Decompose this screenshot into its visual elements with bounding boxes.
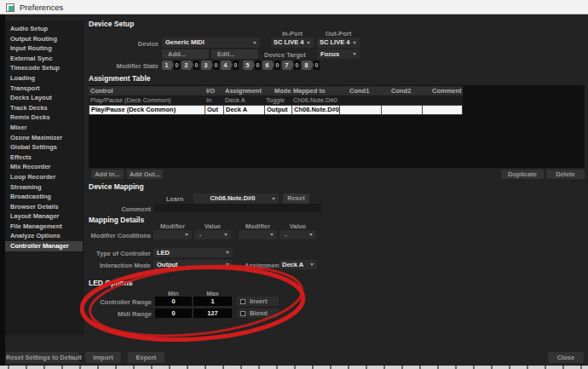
add-device-button[interactable]: Add... (162, 49, 209, 59)
sidebar-item-layout-manager[interactable]: Layout Manager (5, 211, 83, 222)
mapped-midi-select[interactable]: Ch06.Note.D#0 (193, 193, 279, 204)
column-header[interactable]: Cond1 (339, 86, 381, 95)
invert-label: Invert (250, 297, 267, 305)
sidebar-item-loop-recorder[interactable]: Loop Recorder (5, 172, 83, 182)
blend-label: Blend (250, 309, 268, 317)
out-port-label: Out-Port (317, 30, 360, 37)
table-row-selected[interactable]: Play/Pause (Deck Common) Out Deck A Outp… (89, 105, 463, 115)
learn-button[interactable]: Learn (166, 195, 183, 203)
blend-toggle[interactable]: Blend (237, 308, 279, 318)
chevron-down-icon (253, 42, 257, 44)
import-button[interactable]: Import (85, 352, 121, 363)
mapping-details-heading: Mapping Details (89, 216, 144, 224)
sidebar-item-decks-layout[interactable]: Decks Layout (5, 93, 83, 103)
led-options-heading: LED Options (89, 279, 132, 287)
device-target-label: Device Target (264, 51, 306, 59)
delete-button[interactable]: Delete (546, 170, 585, 179)
midi-range-max-input[interactable]: 127 (193, 308, 232, 318)
condition2-value-select[interactable]: - (280, 230, 316, 239)
column-header[interactable]: Mode (264, 86, 291, 95)
chevron-down-icon (224, 234, 228, 236)
column-header[interactable]: Cond2 (381, 86, 422, 95)
assignment-select[interactable]: Deck A (280, 260, 317, 269)
value-column-label-2: Value (280, 222, 316, 230)
midi-range-min-input[interactable]: 0 (155, 308, 192, 318)
device-select[interactable]: Generic MIDI (162, 37, 260, 48)
sidebar-item-controller-manager[interactable]: Controller Manager (5, 241, 83, 251)
chevron-down-icon (307, 42, 310, 44)
edit-device-button[interactable]: Edit... (211, 49, 258, 59)
in-port-label: In-Port (271, 30, 314, 37)
reset-button[interactable]: Reset (283, 193, 309, 204)
column-header[interactable]: Comment (422, 86, 463, 95)
interaction-mode-label: Interaction Mode (78, 262, 151, 269)
device-mapping-heading: Device Mapping (89, 182, 144, 191)
sidebar-item-file-management[interactable]: File Management (5, 222, 83, 232)
modifier-state-2[interactable]: 20 (182, 61, 199, 70)
sidebar-item-mix-recorder[interactable]: Mix Recorder (5, 162, 83, 172)
modifier-state-5[interactable]: 50 (243, 61, 261, 70)
invert-toggle[interactable]: Invert (237, 297, 279, 306)
reset-settings-button[interactable]: Reset Settings to Default (6, 352, 79, 363)
modifier-conditions-label: Modifier Conditions (78, 232, 151, 239)
chevron-down-icon (226, 251, 229, 254)
condition1-modifier-select[interactable] (153, 230, 192, 239)
modifier-state-label: Modifier State (82, 62, 159, 70)
assignment-label: Assignment (245, 262, 281, 269)
column-header[interactable]: Assignment (223, 86, 264, 95)
controller-range-max-input[interactable]: 1 (193, 297, 232, 306)
column-header[interactable]: Control (89, 86, 205, 95)
chevron-down-icon (272, 198, 275, 200)
condition1-value-select[interactable]: - (194, 230, 231, 239)
modifier-state-8[interactable]: 80 (302, 61, 320, 70)
type-of-controller-select[interactable]: LED (153, 248, 233, 257)
sidebar-item-ozone-maximizer[interactable]: Ozone Maximizer (5, 133, 83, 143)
type-of-controller-label: Type of Controller (78, 250, 151, 257)
sidebar-item-timecode-setup[interactable]: Timecode Setup (5, 63, 83, 73)
modifier-state-3[interactable]: 30 (201, 61, 219, 70)
in-port-select[interactable]: SC LIVE 4 (271, 37, 314, 48)
column-header[interactable]: I/O (205, 86, 223, 95)
sidebar-item-mixer[interactable]: Mixer (5, 123, 83, 133)
sidebar-item-analyze-options[interactable]: Analyze Options (5, 231, 83, 241)
device-target-select[interactable]: Focus (317, 49, 360, 59)
export-button[interactable]: Export (128, 352, 164, 363)
sidebar-item-audio-setup[interactable]: Audio Setup (5, 24, 83, 34)
add-out-button[interactable]: Add Out... (127, 170, 163, 179)
sidebar-item-track-decks[interactable]: Track Decks (5, 103, 83, 113)
sidebar-item-loading[interactable]: Loading (5, 73, 83, 84)
screenshot-bottom-edge (0, 366, 588, 369)
sidebar-item-external-sync[interactable]: External Sync (5, 54, 83, 64)
table-row[interactable]: Play/Pause (Deck Common) In Deck A Toggl… (89, 95, 463, 105)
sidebar-item-global-settings[interactable]: Global Settings (5, 142, 83, 153)
modifier-state-4[interactable]: 40 (221, 61, 239, 70)
chevron-down-icon (353, 53, 356, 55)
sidebar-item-input-routing[interactable]: Input Routing (5, 43, 83, 54)
modifier-state-7[interactable]: 70 (282, 61, 300, 70)
column-header[interactable]: Mapped to (291, 86, 339, 95)
midi-range-label: Midi Range (77, 310, 152, 318)
interaction-mode-select[interactable]: Output (153, 260, 233, 269)
modifier-state-group-1: 10 20 30 40 (162, 61, 239, 70)
invert-checkbox[interactable] (240, 299, 245, 304)
modifier-state-1[interactable]: 10 (162, 61, 180, 70)
sidebar-item-streaming[interactable]: Streaming (5, 182, 83, 193)
sidebar-item-browser-details[interactable]: Browser Details (5, 202, 83, 212)
modifier-state-group-2: 50 60 70 80 (243, 61, 320, 70)
sidebar-item-output-routing[interactable]: Output Routing (5, 34, 83, 44)
sidebar-item-effects[interactable]: Effects (5, 153, 83, 163)
chevron-down-icon (310, 263, 314, 266)
sidebar-item-remix-decks[interactable]: Remix Decks (5, 112, 83, 123)
condition2-modifier-select[interactable] (239, 230, 277, 239)
blend-checkbox[interactable] (240, 311, 245, 316)
duplicate-button[interactable]: Duplicate (501, 170, 544, 179)
add-in-button[interactable]: Add In... (91, 170, 124, 179)
out-port-select[interactable]: SC LIVE 4 (317, 37, 360, 48)
sidebar-item-transport[interactable]: Transport (5, 84, 83, 94)
assignment-table: Control I/O Assignment Mode Mapped to Co… (89, 85, 585, 168)
modifier-state-6[interactable]: 60 (262, 61, 280, 70)
close-button[interactable]: Close (548, 352, 584, 363)
sidebar-item-broadcasting[interactable]: Broadcasting (5, 192, 83, 202)
controller-range-min-input[interactable]: 0 (155, 297, 192, 306)
comment-input[interactable] (154, 204, 321, 212)
